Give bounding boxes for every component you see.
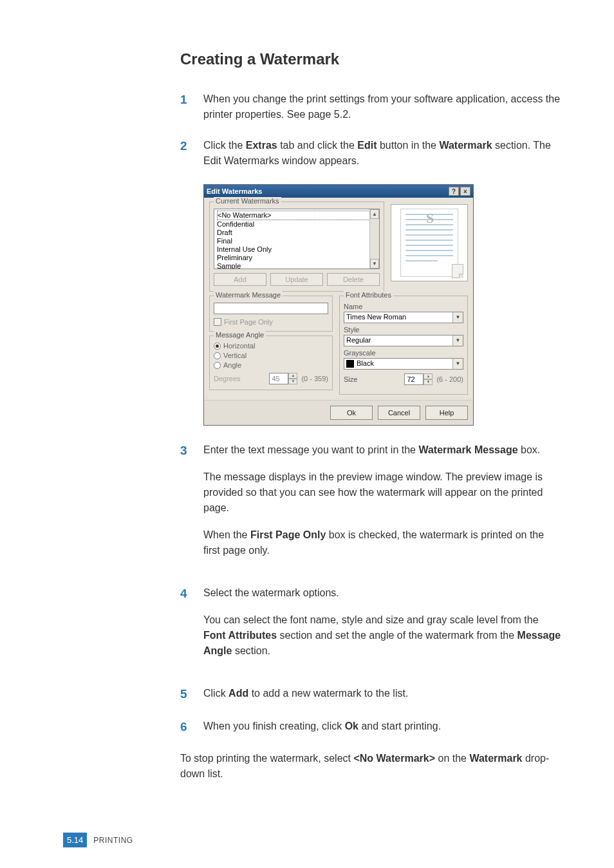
vertical-radio[interactable]: [214, 352, 221, 359]
bold-ok: Ok: [345, 721, 358, 731]
scroll-up-icon[interactable]: ▲: [370, 209, 379, 219]
cancel-button[interactable]: Cancel: [378, 406, 420, 420]
t: and start printing.: [358, 721, 441, 731]
chevron-down-icon[interactable]: ▼: [452, 359, 463, 369]
bold-font-attributes: Font Attributes: [203, 630, 277, 641]
t: box.: [518, 444, 541, 455]
font-name-value: Times New Roman: [344, 312, 452, 323]
bold-no-watermark: <No Watermark>: [353, 753, 435, 764]
stepper-down-icon[interactable]: ▼: [423, 379, 433, 385]
list-item[interactable]: Draft: [217, 229, 377, 237]
t: on the: [435, 753, 469, 764]
stepper-up-icon[interactable]: ▲: [423, 373, 433, 379]
vertical-label: Vertical: [223, 352, 247, 359]
grayscale-value: Black: [344, 359, 452, 369]
step-text-6: When you finish creating, click Ok and s…: [203, 719, 441, 736]
font-style-dropdown[interactable]: Regular ▼: [344, 335, 463, 346]
page-curl-icon: [452, 264, 463, 278]
chapter-number: 5.: [67, 835, 74, 845]
bold-watermark-message: Watermark Message: [418, 444, 517, 455]
t: To stop printing the watermark, select: [180, 753, 353, 764]
current-watermarks-label: Current Watermarks: [214, 197, 281, 205]
delete-button[interactable]: Delete: [327, 273, 380, 286]
step-number-6: 6: [180, 719, 203, 736]
message-angle-group: Message Angle Horizontal Vertical Angle …: [209, 335, 333, 390]
grayscale-dropdown[interactable]: Black ▼: [344, 358, 463, 370]
t: When the: [203, 529, 250, 540]
step-text-3: Enter the text message you want to print…: [203, 442, 563, 570]
watermark-message-label: Watermark Message: [214, 291, 283, 299]
t: You can select the font name, style and …: [203, 614, 539, 625]
list-item[interactable]: Confidential: [217, 220, 377, 229]
chevron-down-icon[interactable]: ▼: [452, 312, 463, 323]
t: section.: [232, 645, 270, 656]
t: The message displays in the preview imag…: [203, 469, 563, 516]
scroll-down-icon[interactable]: ▼: [370, 259, 379, 269]
font-style-value: Regular: [344, 335, 452, 346]
step-number-3: 3: [180, 442, 203, 570]
closing-text: To stop printing the watermark, select <…: [180, 751, 563, 782]
list-item[interactable]: Final: [217, 237, 377, 245]
page-number-badge: 5.14: [63, 833, 87, 847]
bold-watermark: Watermark: [439, 140, 492, 151]
horizontal-label: Horizontal: [223, 342, 256, 350]
step-text-1: When you change the print settings from …: [203, 91, 563, 122]
bold-add: Add: [228, 688, 248, 699]
font-style-label: Style: [344, 326, 463, 334]
first-page-only-label: First Page Only: [224, 318, 273, 326]
stepper-up-icon[interactable]: ▲: [288, 373, 297, 379]
step-number-2: 2: [180, 138, 203, 169]
degrees-value[interactable]: 45: [269, 373, 288, 384]
watermark-message-input[interactable]: [214, 303, 328, 314]
ok-button[interactable]: Ok: [330, 406, 373, 420]
angle-radio[interactable]: [214, 362, 221, 369]
watermark-preview: S: [391, 204, 468, 281]
list-item[interactable]: Preliminary: [217, 254, 377, 262]
t: Enter the text message you want to print…: [203, 444, 418, 455]
edit-watermarks-dialog: Edit Watermarks ? × Current Watermarks <…: [203, 184, 474, 426]
degrees-label: Degrees: [214, 375, 241, 382]
bold-watermark-footer: Watermark: [469, 753, 522, 764]
step-text-5: Click Add to add a new watermark to the …: [203, 686, 408, 703]
dialog-title: Edit Watermarks: [207, 187, 262, 195]
grayscale-label: Grayscale: [344, 349, 463, 357]
list-item[interactable]: Internal Use Only: [217, 245, 377, 254]
section-heading: Creating a Watermark: [180, 50, 563, 68]
angle-label: Angle: [223, 361, 241, 369]
t: tab and click the: [277, 140, 358, 151]
chevron-down-icon[interactable]: ▼: [452, 335, 463, 346]
first-page-only-checkbox[interactable]: [214, 318, 221, 326]
font-name-label: Name: [344, 303, 463, 310]
message-angle-label: Message Angle: [214, 331, 266, 339]
watermark-message-group: Watermark Message First Page Only: [209, 296, 333, 332]
font-name-dropdown[interactable]: Times New Roman ▼: [344, 312, 463, 323]
preview-letter: S: [426, 210, 434, 227]
update-button[interactable]: Update: [270, 273, 323, 286]
list-item[interactable]: <No Watermark>: [217, 211, 377, 220]
step-number-4: 4: [180, 585, 203, 670]
watermark-listbox[interactable]: <No Watermark> Confidential Draft Final …: [214, 209, 380, 269]
page-footer: 5.14 PRINTING: [63, 833, 133, 847]
step-number-1: 1: [180, 91, 203, 122]
grayscale-text: Black: [357, 359, 374, 367]
current-watermarks-group: Current Watermarks <No Watermark> Confid…: [209, 202, 384, 292]
add-button[interactable]: Add: [214, 273, 266, 286]
t: Click the: [203, 140, 246, 151]
list-item[interactable]: Sample: [217, 262, 377, 269]
scrollbar[interactable]: ▲ ▼: [369, 209, 379, 269]
t: button in the: [377, 140, 439, 151]
dialog-titlebar: Edit Watermarks ? ×: [204, 185, 473, 198]
footer-category: PRINTING: [93, 836, 133, 845]
size-range: (6 - 200): [436, 375, 463, 383]
degrees-stepper[interactable]: 45 ▲▼: [269, 373, 297, 384]
close-icon[interactable]: ×: [460, 187, 470, 196]
size-label: Size: [344, 375, 357, 383]
stepper-down-icon[interactable]: ▼: [288, 379, 297, 384]
help-icon[interactable]: ?: [449, 187, 459, 196]
help-button[interactable]: Help: [425, 406, 468, 420]
bold-edit: Edit: [357, 140, 377, 151]
size-value[interactable]: 72: [404, 373, 423, 385]
horizontal-radio[interactable]: [214, 343, 221, 350]
t: Click: [203, 688, 228, 699]
size-stepper[interactable]: 72 ▲▼: [404, 373, 433, 385]
